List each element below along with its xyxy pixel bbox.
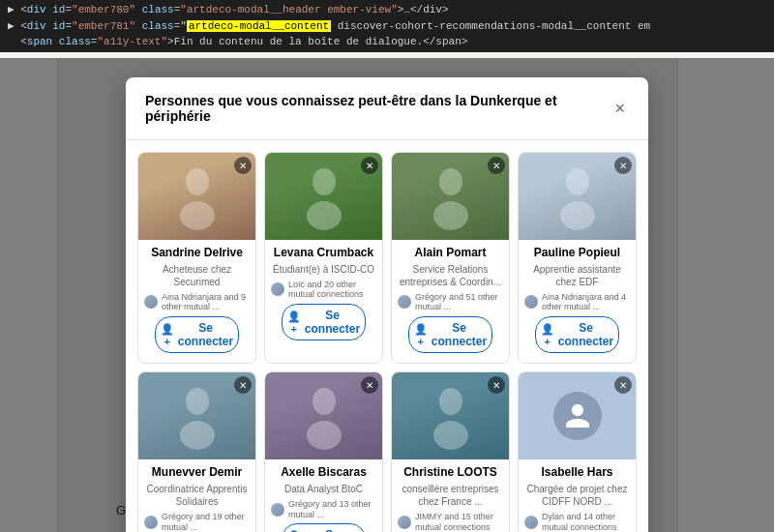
- person-title: Data Analyst BtoC: [271, 483, 376, 495]
- person-card: ✕ Sandrine Delrive Acheteuse chez Securi…: [137, 152, 256, 364]
- modal-body[interactable]: ✕ Sandrine Delrive Acheteuse chez Securi…: [126, 140, 648, 532]
- card-info: Munevver Demir Coordinatrice Apprentis S…: [138, 459, 255, 532]
- svg-point-3: [307, 201, 342, 230]
- card-image: ✕: [392, 153, 509, 240]
- mutual-connections: Grégory and 13 other mutual ...: [271, 499, 376, 520]
- person-title: Étudiant(e) à ISCID-CO: [271, 263, 376, 276]
- person-name: Alain Pomart: [398, 246, 503, 261]
- person-title: Service Relations entreprises & Coordin.…: [398, 263, 503, 288]
- svg-point-1: [180, 201, 215, 230]
- card-info: Pauline Popieul Apprentie assistante che…: [519, 240, 636, 363]
- mutual-text: Loïc and 20 other mutual connections: [288, 280, 376, 301]
- person-title: Acheteuse chez Securimed: [144, 263, 250, 288]
- mutual-text: Aina Ndrianjara and 9 other mutual ...: [162, 292, 250, 313]
- svg-point-5: [433, 201, 468, 230]
- devtools-bar: ▶ <div id="ember780" class="artdeco-moda…: [0, 0, 774, 52]
- mutual-connections: Dylan and 14 other mutual connections: [524, 512, 630, 532]
- connect-icon: 👤+: [541, 323, 554, 347]
- connect-icon: 👤+: [414, 323, 428, 347]
- person-name: Pauline Popieul: [524, 246, 630, 261]
- mutual-avatar: [144, 295, 158, 309]
- card-info: Isabelle Hars Chargée de projet chez CID…: [519, 459, 636, 532]
- person-name: Axelle Biscaras: [271, 465, 376, 481]
- connect-label: Se connecter: [178, 321, 233, 348]
- dismiss-button[interactable]: ✕: [234, 157, 252, 174]
- card-info: Alain Pomart Service Relations entrepris…: [392, 240, 509, 363]
- svg-point-8: [186, 388, 209, 415]
- svg-point-13: [433, 421, 468, 450]
- mutual-connections: Grégory and 19 other mutual ...: [144, 512, 250, 532]
- connect-icon: 👤+: [287, 310, 301, 335]
- mutual-connections: Aina Ndrianjara and 4 other mutual ...: [524, 292, 630, 313]
- modal-title: Personnes que vous connaissez peut-être …: [145, 93, 610, 124]
- person-card: ✕ Christine LOOTS conseillère entreprise…: [391, 371, 510, 532]
- devtools-line-3: <span class="a11y-text">Fin du contenu d…: [8, 34, 766, 50]
- modal-overlay: Personnes que vous connaissez peut-être …: [0, 58, 774, 532]
- card-info: Sandrine Delrive Acheteuse chez Securime…: [138, 240, 255, 363]
- mutual-avatar: [398, 516, 411, 529]
- person-title: Coordinatrice Apprentis Solidaires: [144, 483, 250, 508]
- mutual-text: Dylan and 14 other mutual connections: [542, 512, 630, 532]
- mutual-avatar: [271, 282, 284, 296]
- svg-point-0: [186, 168, 209, 195]
- person-name: Isabelle Hars: [524, 465, 630, 481]
- card-image: ✕: [138, 153, 255, 240]
- svg-point-6: [566, 168, 589, 195]
- connect-label: Se connecter: [558, 321, 613, 348]
- person-name: Munevver Demir: [144, 465, 250, 481]
- connect-button[interactable]: 👤+ Se connecter: [282, 523, 366, 532]
- svg-point-4: [439, 168, 462, 195]
- mutual-connections: Aina Ndrianjara and 9 other mutual ...: [144, 292, 250, 313]
- mutual-text: Grégory and 19 other mutual ...: [162, 512, 250, 532]
- connect-button[interactable]: 👤+ Se connecter: [155, 316, 239, 353]
- people-grid: ✕ Sandrine Delrive Acheteuse chez Securi…: [137, 152, 637, 532]
- card-image: ✕: [265, 153, 382, 240]
- mutual-avatar: [271, 503, 284, 517]
- person-card: ✕ Pauline Popieul Apprentie assistante c…: [518, 152, 637, 364]
- card-info: Levana Crumback Étudiant(e) à ISCID-CO L…: [265, 240, 382, 350]
- card-image: ✕: [138, 372, 255, 459]
- card-image: ✕: [519, 372, 636, 459]
- dismiss-button[interactable]: ✕: [614, 157, 632, 174]
- person-name: Sandrine Delrive: [144, 246, 250, 261]
- card-image: ✕: [519, 153, 636, 240]
- mutual-connections: JIMMY and 15 other mutual connections: [398, 512, 503, 532]
- person-title: Chargée de projet chez CIDFF NORD ...: [524, 483, 630, 508]
- person-card: ✕ Alain Pomart Service Relations entrepr…: [391, 152, 510, 364]
- card-info: Christine LOOTS conseillère entreprises …: [392, 459, 509, 532]
- svg-point-10: [313, 388, 336, 415]
- mutual-avatar: [144, 516, 158, 529]
- mutual-avatar: [398, 295, 411, 309]
- person-title: conseillère entreprises chez France ...: [398, 483, 503, 508]
- card-image: ✕: [265, 372, 382, 459]
- devtools-line-1: ▶ <div id="ember780" class="artdeco-moda…: [8, 2, 766, 18]
- dismiss-button[interactable]: ✕: [488, 157, 505, 174]
- mutual-text: Grégory and 13 other mutual ...: [288, 499, 376, 520]
- modal-header: Personnes que vous connaissez peut-être …: [126, 77, 648, 140]
- mutual-connections: Grégory and 51 other mutual ...: [398, 292, 503, 313]
- connect-button[interactable]: 👤+ Se connecter: [408, 316, 492, 353]
- connect-button[interactable]: 👤+ Se connecter: [535, 316, 619, 353]
- svg-point-7: [560, 201, 595, 230]
- connect-icon: 👤+: [161, 323, 174, 347]
- person-title: Apprentie assistante chez EDF: [524, 263, 630, 288]
- mutual-avatar: [524, 516, 538, 529]
- svg-point-12: [439, 388, 462, 415]
- person-name: Christine LOOTS: [398, 465, 503, 481]
- mutual-connections: Loïc and 20 other mutual connections: [271, 280, 376, 301]
- mutual-text: Aina Ndrianjara and 4 other mutual ...: [542, 292, 630, 313]
- card-info: Axelle Biscaras Data Analyst BtoC Grégor…: [265, 459, 382, 532]
- connect-button[interactable]: 👤+ Se connecter: [282, 304, 366, 340]
- devtools-line-2: ▶ <div id="ember781" class="artdeco-moda…: [8, 18, 766, 35]
- modal-close-button[interactable]: ×: [610, 100, 629, 117]
- dismiss-button[interactable]: ✕: [361, 157, 378, 174]
- recommendations-modal: Personnes que vous connaissez peut-être …: [126, 77, 648, 532]
- svg-point-11: [307, 421, 342, 450]
- svg-point-9: [180, 421, 215, 450]
- card-image: ✕: [392, 372, 509, 459]
- connect-label: Se connecter: [305, 528, 360, 532]
- person-card: ✕ Axelle Biscaras Data Analyst BtoC Grég…: [264, 371, 383, 532]
- connect-label: Se connecter: [432, 321, 487, 348]
- mutual-text: Grégory and 51 other mutual ...: [415, 292, 503, 313]
- person-card: ✕ Levana Crumback Étudiant(e) à ISCID-CO…: [264, 152, 383, 364]
